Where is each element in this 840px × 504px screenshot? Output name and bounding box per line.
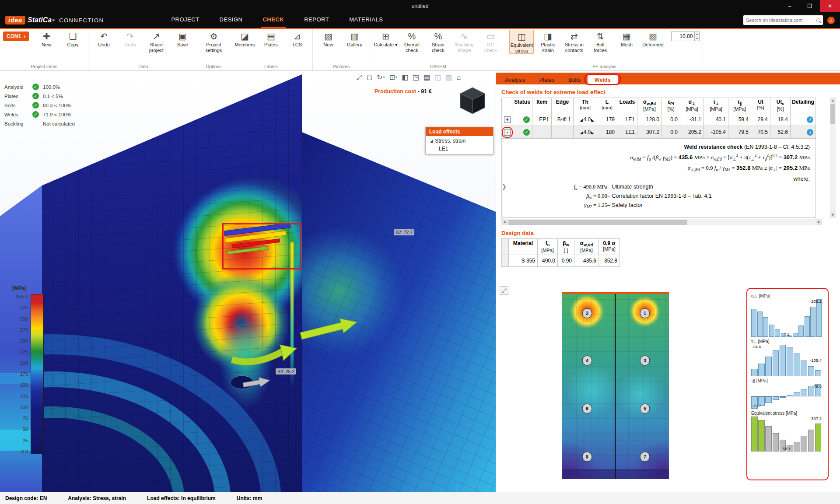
ribbon-button-label: Save: [177, 42, 188, 48]
scroll-right-icon[interactable]: ►: [816, 219, 822, 225]
detail-collapse-chevron[interactable]: ❯: [502, 183, 507, 190]
weld-stress-charts-panel: σ⊥ [MPa]205.27.2τ⊥ [MPa]-24.6-105.4τ∥ [M…: [746, 288, 829, 480]
tree-item-stress-strain[interactable]: ◢ Stress, strain: [426, 136, 493, 145]
scale-tick: 275: [12, 327, 28, 332]
weld-cell-epl: 0.0: [662, 126, 680, 139]
capture-view-icon[interactable]: ▤: [424, 73, 430, 81]
maximize-button[interactable]: ❐: [800, 0, 820, 12]
search-input[interactable]: [746, 18, 816, 23]
weld-cell-ut: 70.5: [751, 126, 770, 139]
ribbon-copy-button[interactable]: ❏Copy: [60, 30, 85, 48]
scale-tick: 325: [12, 305, 28, 310]
tab-analysis[interactable]: Analysis: [498, 75, 532, 84]
ribbon-plates-button[interactable]: ▤Plates: [259, 30, 283, 48]
menu-check[interactable]: CHECK: [261, 12, 286, 28]
ribbon-lcs-button[interactable]: ⊿LCS: [285, 30, 309, 48]
close-button[interactable]: ✕: [820, 0, 840, 12]
spinner-arrows[interactable]: ▴▾: [695, 32, 700, 41]
ribbon-new-button[interactable]: ▧New: [316, 30, 340, 48]
scale-tick: 200: [12, 360, 28, 366]
3d-model-scene[interactable]: [0, 71, 496, 492]
nav-cube-icon[interactable]: [455, 82, 490, 117]
ribbon-undo-button[interactable]: ↶Undo: [91, 30, 116, 48]
ribbon-equivalent-stress-button[interactable]: ◫Equivalent stress: [509, 30, 534, 54]
expand-row-button[interactable]: +: [504, 116, 511, 123]
expander-cell: -: [502, 126, 512, 139]
ribbon-plastic-strain-button[interactable]: ◨Plastic strain: [536, 30, 560, 53]
table-horizontal-scrollbar[interactable]: ◄ ►: [501, 219, 822, 225]
weld-detail-row: Weld resistance check (EN 1993-1-8 – Cl.…: [502, 139, 816, 217]
connection-selector[interactable]: CON1▾: [3, 32, 29, 41]
ribbon-gallery-button[interactable]: ▥Gallery: [342, 30, 367, 48]
ribbon-deformed-button[interactable]: ▨Deformed: [640, 30, 665, 48]
ribbon-share-project-button[interactable]: ↗Share project: [144, 30, 168, 53]
ribbon-buttons-row: ▧New▥Gallery: [316, 30, 367, 63]
home-view-icon[interactable]: ⌂: [457, 74, 461, 81]
ribbon-overall-check-button[interactable]: %Overall check: [399, 30, 424, 53]
3d-viewport[interactable]: ⤢◻↻▾⊡▾◧◳▤◫▥⌂ Analysis100.0%Plates0.1 < 5…: [0, 71, 496, 492]
spinner-down-icon[interactable]: ▾: [695, 36, 699, 41]
col-bw: βw[-]: [558, 238, 574, 255]
menu-design[interactable]: DESIGN: [218, 12, 245, 28]
status-bar: Design code: ENAnalysis: Stress, strainL…: [0, 492, 840, 504]
ribbon-stress-in-contacts-button[interactable]: ⇄Stress in contacts: [562, 30, 586, 53]
expand-view-icon[interactable]: ⤢: [500, 286, 508, 295]
tab-welds[interactable]: Welds: [588, 75, 618, 84]
zoom-window-icon[interactable]: ⊡▾: [389, 73, 397, 81]
ribbon-button-label: Plastic strain: [541, 42, 555, 53]
tab-bolts[interactable]: Bolts: [561, 75, 588, 84]
stress-chart: Equivalent stress [MPa]307.258.1: [751, 411, 824, 452]
statusbar-item: Analysis: Stress, strain: [68, 495, 126, 501]
vscroll-thumb[interactable]: [830, 104, 835, 124]
detailing-info-icon[interactable]: [807, 116, 813, 123]
chart-bar: [763, 317, 768, 337]
info-icon[interactable]: i: [827, 17, 835, 24]
ribbon-members-button[interactable]: ◪Members: [232, 30, 257, 48]
view-iso-icon[interactable]: ◳: [413, 73, 419, 81]
detailing-info-icon[interactable]: [807, 129, 813, 136]
hscroll-thumb[interactable]: [508, 220, 687, 225]
deformed-scale-spinner[interactable]: ▴▾: [671, 32, 700, 41]
weld-cell-swed: 128.0: [637, 113, 662, 126]
deformed-scale-input[interactable]: [671, 32, 695, 41]
ribbon-mesh-button[interactable]: ▦Mesh: [614, 30, 639, 48]
view-front-icon[interactable]: ◧: [402, 73, 408, 81]
ribbon-strain-check-button[interactable]: %Strain check: [426, 30, 450, 53]
menu-materials[interactable]: MATERIALS: [347, 12, 385, 28]
statusbar-item: Design code: EN: [5, 495, 47, 501]
menu-project[interactable]: PROJECT: [169, 12, 201, 28]
tab-plates[interactable]: Plates: [532, 75, 562, 84]
ribbon-bolt-forces-button[interactable]: ⇅Bolt forces: [588, 30, 612, 53]
ribbon-calculate-button[interactable]: ⊞Calculate ▾: [373, 30, 398, 48]
ribbon-new-button[interactable]: ✚New: [34, 30, 59, 48]
ribbon-project-settings-button[interactable]: ⚙Project settings: [201, 30, 226, 53]
zoom-extents-icon[interactable]: ◻: [367, 73, 372, 81]
svg-text:5: 5: [644, 406, 646, 411]
ribbon-save-button[interactable]: ▣Save: [170, 30, 195, 48]
check-summary-row: Analysis100.0%: [4, 82, 75, 91]
where-label: where:: [536, 176, 810, 182]
ribbon-button-label: Undo: [98, 42, 109, 48]
minimize-button[interactable]: –: [780, 0, 800, 12]
rotate-view-icon[interactable]: ↻▾: [377, 73, 385, 81]
collapse-row-button[interactable]: -: [504, 129, 511, 136]
scroll-up-icon[interactable]: ▲: [830, 98, 836, 103]
spinner-up-icon[interactable]: ▴: [695, 32, 699, 36]
table-vertical-scrollbar[interactable]: ▲ ▼: [830, 98, 836, 218]
tree-item-le1[interactable]: LE1: [426, 145, 493, 154]
weld-col-9: σ⊥[MPa]: [680, 98, 704, 113]
fit-view-icon[interactable]: ⤢: [357, 74, 362, 81]
scale-tick: 0.0: [12, 449, 28, 454]
stress-chart-plot: 307.258.1: [751, 416, 822, 452]
search-icon[interactable]: [816, 18, 820, 22]
scroll-down-icon[interactable]: ▼: [830, 212, 836, 218]
search-box[interactable]: [743, 15, 823, 25]
menu-report[interactable]: REPORT: [302, 12, 331, 28]
load-effects-header[interactable]: Load effects: [426, 127, 493, 136]
chart-bar: [810, 307, 816, 337]
weld-cell-edge: B-tfl 1: [552, 113, 574, 126]
bolt-marker: 7: [640, 452, 650, 462]
tree-expander-icon[interactable]: ◢: [430, 139, 433, 143]
scroll-left-icon[interactable]: ◄: [501, 219, 508, 225]
chart-bar: [815, 370, 822, 376]
